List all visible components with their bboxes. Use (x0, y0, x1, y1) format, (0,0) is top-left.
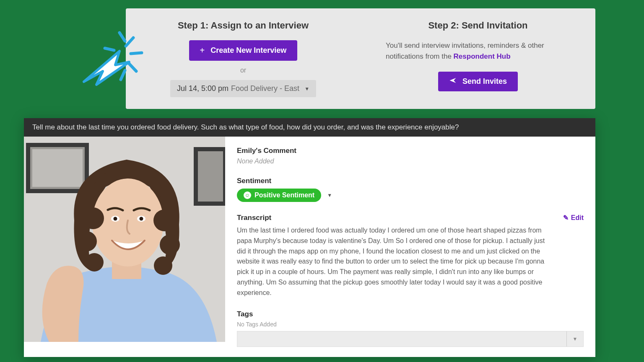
interview-dropdown[interactable]: Jul 14, 5:00 pm Food Delivery - East ▼ (170, 80, 316, 97)
svg-point-19 (114, 217, 117, 221)
send-invites-button[interactable]: Send Invites (438, 72, 518, 91)
svg-line-2 (105, 48, 114, 50)
or-separator: or (240, 67, 246, 74)
step1-column: Step 1: Assign to an Interview + Create … (126, 8, 361, 109)
svg-point-21 (140, 217, 143, 221)
svg-rect-9 (196, 149, 225, 204)
smile-icon: ☺ (244, 191, 251, 199)
svg-point-16 (85, 253, 104, 272)
dropdown-date: Jul 14, 5:00 pm (177, 84, 229, 93)
response-details: Emily's Comment None Added Sentiment ☺ P… (225, 137, 595, 357)
svg-point-17 (154, 256, 172, 275)
svg-point-15 (160, 235, 180, 255)
transcript-text: Um the last time I ordered food was actu… (237, 225, 547, 298)
step1-title: Step 1: Assign to an Interview (143, 20, 344, 31)
comment-value: None Added (237, 158, 584, 165)
tags-input[interactable] (237, 331, 566, 346)
transcript-title: Transcript (237, 214, 584, 222)
edit-transcript-button[interactable]: ✎ Edit (563, 214, 584, 222)
pencil-icon: ✎ (563, 214, 569, 222)
comment-title: Emily's Comment (237, 147, 584, 155)
svg-point-12 (82, 207, 104, 229)
svg-point-13 (153, 209, 175, 231)
sentiment-dropdown-caret[interactable]: ▼ (327, 192, 332, 198)
svg-point-14 (77, 231, 97, 251)
step2-title: Step 2: Send Invitation (377, 20, 579, 31)
steps-panel: Step 1: Assign to an Interview + Create … (126, 8, 595, 109)
sentiment-title: Sentiment (237, 177, 584, 185)
edit-label: Edit (571, 214, 584, 222)
tags-empty-text: No Tags Added (237, 321, 584, 328)
tags-input-row: ▼ (237, 331, 584, 347)
sentiment-pill[interactable]: ☺ Positive Sentiment (237, 189, 321, 202)
respondent-hub-link[interactable]: Respondent Hub (454, 52, 511, 60)
dropdown-label: Food Delivery - East (231, 84, 299, 93)
create-interview-button[interactable]: + Create New Interview (189, 40, 298, 61)
svg-line-4 (121, 70, 125, 80)
send-icon (449, 77, 457, 86)
chevron-down-icon: ▼ (304, 86, 309, 92)
create-interview-label: Create New Interview (210, 46, 286, 55)
question-bar: Tell me about the last time you ordered … (24, 118, 595, 137)
svg-rect-8 (32, 149, 83, 187)
step2-description: You'll send interview invitations, remin… (377, 40, 579, 62)
tags-dropdown-toggle[interactable]: ▼ (566, 331, 583, 346)
tags-title: Tags (237, 310, 584, 318)
sentiment-label: Positive Sentiment (254, 191, 314, 199)
send-invites-label: Send Invites (462, 77, 507, 86)
respondent-video[interactable] (24, 137, 225, 342)
svg-line-0 (119, 33, 125, 41)
step2-column: Step 2: Send Invitation You'll send inte… (361, 8, 595, 109)
plus-icon: + (200, 46, 205, 55)
interview-response-panel: Tell me about the last time you ordered … (24, 118, 595, 357)
